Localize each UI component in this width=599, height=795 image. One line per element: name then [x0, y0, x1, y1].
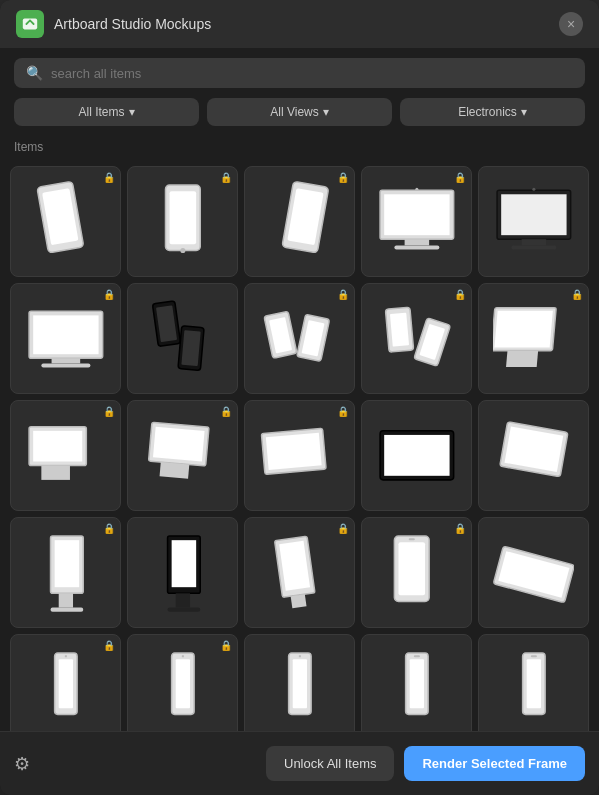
svg-point-5: [180, 248, 185, 253]
svg-rect-78: [526, 659, 540, 708]
lock-icon: 🔒: [103, 523, 115, 534]
svg-rect-9: [384, 194, 449, 235]
filter-category[interactable]: Electronics ▾: [400, 98, 585, 126]
svg-rect-4: [169, 191, 196, 244]
svg-rect-25: [181, 330, 200, 366]
svg-rect-66: [58, 659, 72, 708]
svg-rect-20: [51, 358, 80, 363]
lock-icon: 🔒: [337, 172, 349, 183]
list-item[interactable]: 🔒: [10, 166, 121, 277]
svg-rect-50: [54, 540, 79, 587]
svg-rect-76: [413, 655, 419, 657]
svg-rect-72: [292, 659, 306, 708]
svg-rect-16: [511, 245, 556, 249]
list-item[interactable]: [361, 400, 472, 511]
svg-rect-54: [171, 540, 196, 587]
lock-icon: 🔒: [220, 406, 232, 417]
lock-icon: 🔒: [220, 172, 232, 183]
svg-rect-31: [390, 312, 409, 346]
list-item[interactable]: [127, 517, 238, 628]
search-bar-container: 🔍: [0, 48, 599, 98]
list-item[interactable]: 🔒: [127, 634, 238, 731]
lock-icon: 🔒: [337, 523, 349, 534]
svg-rect-38: [33, 430, 82, 461]
list-item[interactable]: 🔒: [10, 283, 121, 394]
lock-icon: 🔒: [103, 406, 115, 417]
list-item[interactable]: 🔒: [244, 283, 355, 394]
list-item[interactable]: [361, 634, 472, 731]
filters-row: All Items ▾ All Views ▾ Electronics ▾: [0, 98, 599, 136]
filter-all-items[interactable]: All Items ▾: [14, 98, 199, 126]
svg-rect-79: [530, 655, 536, 657]
list-item[interactable]: [478, 517, 589, 628]
grid-scroll[interactable]: 🔒 🔒: [8, 162, 591, 731]
lock-icon: 🔒: [103, 640, 115, 651]
svg-rect-41: [153, 426, 205, 461]
window-title: Artboard Studio Mockups: [54, 16, 559, 32]
svg-rect-36: [506, 350, 538, 366]
svg-rect-15: [521, 239, 546, 245]
svg-rect-69: [175, 659, 189, 708]
list-item[interactable]: [127, 283, 238, 394]
svg-rect-11: [394, 245, 439, 249]
lock-icon: 🔒: [337, 406, 349, 417]
lock-icon: 🔒: [220, 640, 232, 651]
list-item[interactable]: 🔒: [361, 166, 472, 277]
svg-rect-21: [41, 363, 90, 367]
lock-icon: 🔒: [103, 289, 115, 300]
svg-rect-19: [33, 315, 98, 354]
svg-point-17: [532, 187, 535, 190]
render-button[interactable]: Render Selected Frame: [404, 746, 585, 781]
svg-rect-61: [398, 542, 425, 595]
list-item[interactable]: [244, 634, 355, 731]
section-label: Items: [0, 136, 599, 162]
svg-rect-51: [58, 593, 72, 607]
lock-icon: 🔒: [571, 289, 583, 300]
unlock-all-button[interactable]: Unlock All Items: [266, 746, 394, 781]
titlebar: Artboard Studio Mockups ×: [0, 0, 599, 48]
svg-rect-62: [408, 538, 414, 540]
list-item[interactable]: [478, 166, 589, 277]
svg-rect-46: [384, 435, 449, 476]
svg-rect-44: [265, 432, 321, 469]
search-icon: 🔍: [26, 65, 43, 81]
search-wrap: 🔍: [14, 58, 585, 88]
list-item[interactable]: [478, 400, 589, 511]
list-item[interactable]: 🔒: [478, 283, 589, 394]
lock-icon: 🔒: [454, 289, 466, 300]
svg-rect-39: [41, 465, 70, 479]
list-item[interactable]: 🔒: [244, 166, 355, 277]
settings-icon[interactable]: ⚙: [14, 753, 30, 775]
list-item[interactable]: 🔒: [244, 400, 355, 511]
list-item[interactable]: 🔒: [127, 166, 238, 277]
list-item[interactable]: 🔒: [361, 283, 472, 394]
svg-point-12: [415, 187, 418, 190]
svg-rect-75: [409, 659, 423, 708]
app-window: Artboard Studio Mockups × 🔍 All Items ▾ …: [0, 0, 599, 795]
list-item[interactable]: 🔒: [127, 400, 238, 511]
lock-icon: 🔒: [454, 172, 466, 183]
search-input[interactable]: [51, 66, 573, 81]
svg-rect-56: [167, 607, 200, 611]
svg-rect-59: [290, 594, 306, 608]
list-item[interactable]: 🔒: [10, 400, 121, 511]
list-item[interactable]: 🔒: [361, 517, 472, 628]
list-item[interactable]: 🔒: [10, 517, 121, 628]
svg-rect-42: [159, 462, 189, 479]
svg-rect-52: [50, 607, 83, 611]
filter-all-views[interactable]: All Views ▾: [207, 98, 392, 126]
close-button[interactable]: ×: [559, 12, 583, 36]
list-item[interactable]: [478, 634, 589, 731]
app-icon: [16, 10, 44, 38]
svg-rect-10: [404, 239, 429, 245]
items-grid: 🔒 🔒: [8, 162, 591, 731]
svg-rect-55: [175, 593, 189, 607]
lock-icon: 🔒: [337, 289, 349, 300]
lock-icon: 🔒: [103, 172, 115, 183]
list-item[interactable]: 🔒: [244, 517, 355, 628]
list-item[interactable]: 🔒: [10, 634, 121, 731]
svg-rect-35: [494, 310, 552, 347]
svg-rect-14: [501, 194, 566, 235]
grid-area: 🔒 🔒: [0, 162, 599, 731]
bottom-bar: ⚙ Unlock All Items Render Selected Frame: [0, 731, 599, 795]
